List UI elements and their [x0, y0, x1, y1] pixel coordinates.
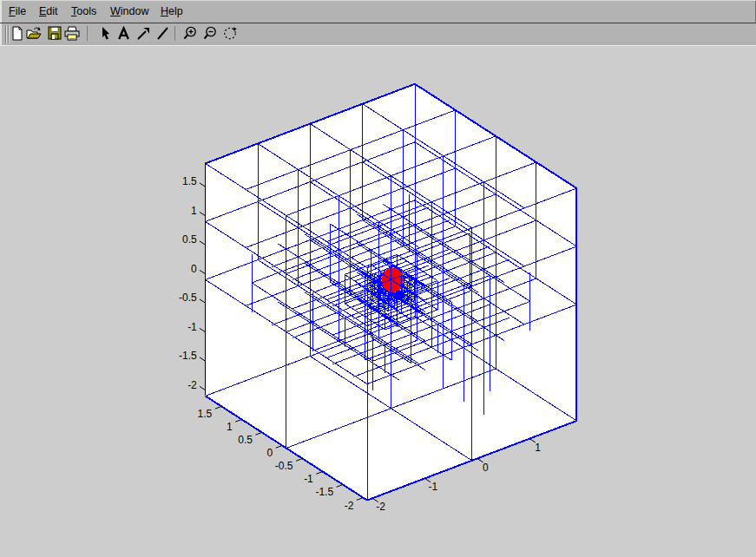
svg-text:-2: -2 [187, 379, 197, 391]
svg-text:0: 0 [483, 462, 489, 474]
svg-text:0: 0 [267, 447, 273, 459]
svg-text:1: 1 [227, 421, 233, 433]
svg-text:1: 1 [191, 205, 197, 217]
svg-text:-0.5: -0.5 [275, 460, 293, 472]
svg-text:-1: -1 [187, 321, 197, 333]
svg-text:1: 1 [535, 442, 541, 454]
svg-text:-1: -1 [304, 473, 313, 485]
svg-text:0.5: 0.5 [182, 233, 197, 246]
svg-text:1.5: 1.5 [198, 408, 213, 420]
svg-text:-1.5: -1.5 [179, 350, 197, 362]
svg-text:-0.5: -0.5 [179, 292, 197, 304]
svg-text:1.5: 1.5 [182, 175, 197, 187]
svg-text:-1: -1 [429, 481, 438, 493]
svg-text:-1.5: -1.5 [315, 486, 333, 498]
svg-text:-2: -2 [376, 501, 385, 513]
svg-text:0.5: 0.5 [238, 434, 253, 446]
svg-text:0: 0 [191, 263, 197, 275]
svg-text:-2: -2 [345, 500, 354, 512]
